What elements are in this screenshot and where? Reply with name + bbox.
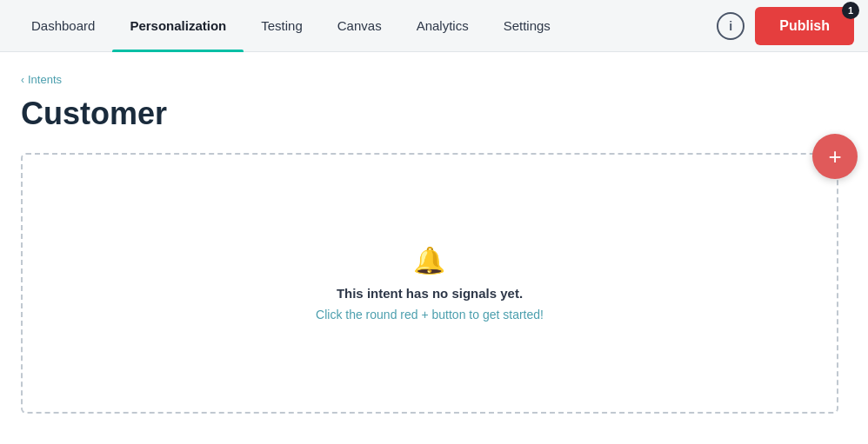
page-title: Customer — [21, 95, 847, 132]
tab-analytics[interactable]: Analytics — [399, 0, 486, 52]
empty-state: 🔔 This intent has no signals yet. Click … — [316, 245, 544, 321]
bell-icon: 🔔 — [413, 245, 445, 275]
tab-dashboard[interactable]: Dashboard — [14, 0, 112, 52]
nav-tabs: Dashboard Personalization Testing Canvas… — [14, 0, 717, 52]
breadcrumb-label: Intents — [28, 73, 62, 86]
tab-canvas[interactable]: Canvas — [320, 0, 399, 52]
header: Dashboard Personalization Testing Canvas… — [0, 0, 868, 52]
empty-subtitle: Click the round red + button to get star… — [316, 308, 544, 321]
tab-testing[interactable]: Testing — [244, 0, 320, 52]
main-content: ‹ Intents Customer 🔔 This intent has no … — [0, 52, 868, 434]
empty-card: 🔔 This intent has no signals yet. Click … — [21, 153, 838, 414]
publish-wrapper: Publish 1 — [755, 7, 854, 45]
chevron-left-icon: ‹ — [21, 74, 24, 86]
tab-personalization[interactable]: Personalization — [112, 0, 244, 52]
tab-settings[interactable]: Settings — [486, 0, 568, 52]
add-signal-button[interactable]: + — [812, 134, 858, 179]
breadcrumb[interactable]: ‹ Intents — [21, 73, 847, 86]
header-right: i Publish 1 — [717, 7, 854, 45]
empty-title: This intent has no signals yet. — [337, 286, 523, 301]
publish-badge: 1 — [842, 2, 859, 19]
info-button[interactable]: i — [717, 12, 744, 40]
publish-button[interactable]: Publish — [755, 7, 854, 45]
card-wrapper: 🔔 This intent has no signals yet. Click … — [21, 153, 838, 414]
